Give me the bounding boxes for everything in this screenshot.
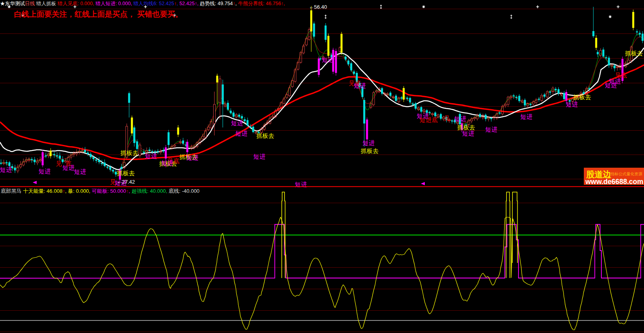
svg-text:短进: 短进	[609, 78, 621, 84]
svg-text:抓板去: 抓板去	[120, 149, 138, 156]
svg-text:见: 见	[110, 178, 116, 185]
svg-text:抓板去: 抓板去	[117, 170, 135, 176]
svg-text:见: 见	[444, 115, 450, 121]
svg-text:抓板去: 抓板去	[625, 50, 643, 57]
svg-text:短进底: 短进底	[420, 116, 438, 123]
svg-text:抓板去: 抓板去	[361, 147, 379, 154]
svg-text:www.de6688.com: www.de6688.com	[585, 178, 643, 186]
svg-text:见: 见	[56, 160, 62, 167]
svg-text:短进: 短进	[187, 154, 198, 161]
svg-text:短进: 短进	[520, 113, 532, 120]
svg-text:短进: 短进	[322, 56, 334, 63]
svg-text:短进: 短进	[161, 159, 173, 166]
svg-text:短进: 短进	[454, 115, 466, 122]
svg-text:短进: 短进	[253, 153, 265, 160]
svg-text:短进: 短进	[363, 139, 375, 146]
svg-text:短进: 短进	[63, 164, 75, 171]
svg-text:短进: 短进	[0, 166, 12, 173]
svg-text:短进: 短进	[485, 126, 497, 133]
svg-text:抓板去: 抓板去	[256, 132, 274, 139]
svg-text:短进: 短进	[39, 168, 51, 174]
svg-text:短进: 短进	[236, 130, 247, 137]
svg-text:见底: 见底	[615, 72, 627, 78]
svg-text:短进: 短进	[354, 82, 366, 89]
svg-text:抓板去: 抓板去	[573, 94, 591, 100]
svg-text:短进: 短进	[231, 119, 243, 126]
svg-text:短进: 短进	[74, 168, 86, 175]
svg-text:短进: 短进	[145, 153, 157, 159]
svg-text:←27.42: ←27.42	[117, 179, 135, 185]
svg-text:短进: 短进	[462, 130, 474, 137]
svg-text:短进: 短进	[566, 101, 578, 108]
svg-text:指标公式量化资源: 指标公式量化资源	[611, 172, 642, 176]
